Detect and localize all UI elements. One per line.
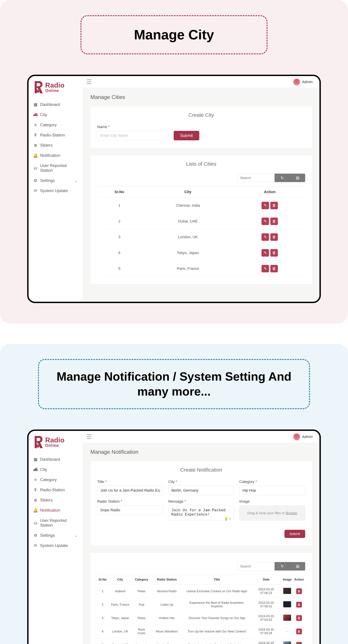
sidebar-item-dashboard[interactable]: ▦Dashboard [29, 100, 83, 110]
column-header[interactable]: Date [251, 575, 281, 584]
column-header[interactable]: Sr.No [97, 186, 141, 198]
column-header[interactable]: Sr.No [97, 575, 108, 584]
brand-tagline: Online [45, 88, 65, 93]
sidebar-item-label: Category [40, 477, 57, 482]
thumbnail-empty: - [287, 630, 288, 633]
sidebar-item-system-update[interactable]: ⟳System Update [29, 186, 83, 196]
sidebar-item-user-reported[interactable]: 🗂User Reported Station [29, 515, 83, 530]
create-city-card: Create City Name * Submit [90, 106, 312, 148]
delete-button[interactable]: 🗑 [296, 588, 302, 594]
delete-button[interactable]: 🗑 [270, 233, 278, 241]
city-name-input[interactable] [97, 131, 168, 140]
user-menu[interactable]: Admin [293, 78, 313, 85]
edit-button[interactable]: ✎ [262, 249, 269, 256]
table-row: 1HollandRelaxNirvana RadioUnlock Exclusi… [97, 584, 305, 598]
delete-button[interactable]: 🗑 [270, 218, 278, 225]
refresh-button[interactable]: ↻ [275, 174, 290, 182]
delete-button[interactable]: 🗑 [296, 615, 302, 621]
chevron-down-icon: ⌄ [74, 178, 78, 183]
cell-station: Hottest Hits [151, 612, 183, 625]
brand-tagline: Online [45, 444, 65, 448]
sidebar-item-sliders[interactable]: ≣Sliders [29, 495, 83, 505]
table-row: 1Chennai, India✎🗑 [97, 198, 305, 214]
chevron-down-icon: ⌄ [74, 533, 78, 538]
cell-action: ✎🗑 [234, 198, 305, 214]
menu-toggle-icon[interactable]: ☰ [86, 433, 92, 440]
sidebar-item-settings[interactable]: ⚙Settings⌄ [29, 176, 83, 186]
cell-city: Dubai, UAE [108, 638, 132, 644]
create-notification-card: Create Notification Title * City * [90, 461, 312, 546]
building-icon: 🏙 [34, 468, 37, 472]
sidebar-item-settings[interactable]: ⚙Settings⌄ [29, 530, 83, 540]
cell-action: ✎🗑 [234, 214, 305, 229]
cell-srno: 1 [97, 198, 141, 214]
cell-station: Listen Up [151, 598, 183, 612]
edit-button[interactable]: ✎ [262, 233, 269, 241]
title-input[interactable] [97, 486, 163, 495]
edit-button[interactable]: ✎ [262, 218, 269, 225]
user-menu[interactable]: Admin [293, 434, 313, 440]
cell-srno: 4 [97, 245, 141, 261]
submit-button[interactable]: Submit [174, 131, 199, 140]
cell-image [281, 598, 293, 612]
cell-title: Turn Up the Volume with Our New Content! [183, 625, 251, 638]
column-header[interactable]: Action [234, 186, 305, 198]
sidebar-item-notification[interactable]: 🔔Notification [29, 505, 83, 515]
column-header[interactable]: Image [281, 575, 293, 584]
sidebar-item-radio-station[interactable]: 🎙Radio-Station [29, 485, 83, 495]
delete-button[interactable]: 🗑 [270, 202, 278, 209]
name-label: Name * [97, 125, 168, 129]
table-row: 2Dubai, UAE✎🗑 [97, 214, 305, 229]
cell-city: Dubai, UAE [141, 214, 234, 229]
sidebar-item-category[interactable]: ≡Category [29, 475, 83, 485]
search-input[interactable] [237, 562, 275, 570]
edit-button[interactable]: ✎ [262, 202, 269, 209]
column-header[interactable]: Title [183, 575, 251, 584]
message-tool-icons[interactable]: 💡☺ [224, 516, 290, 521]
sidebar-item-radio-station[interactable]: 🎙Radio-Station [29, 130, 83, 140]
notification-table: Sr.NoCityCategoryRadio StationTitleDateI… [97, 574, 305, 644]
delete-button[interactable]: 🗑 [270, 249, 278, 256]
delete-button[interactable]: 🗑 [296, 602, 302, 608]
column-header[interactable]: Radio Station [151, 575, 183, 584]
browse-link[interactable]: Browse [286, 511, 297, 515]
delete-button[interactable]: 🗑 [270, 265, 278, 272]
station-select[interactable] [97, 505, 163, 515]
sidebar-item-system-update[interactable]: ⟳System Update [29, 540, 83, 551]
sidebar-item-city[interactable]: 🏙City [29, 464, 83, 475]
sidebar-item-label: Notification [40, 508, 60, 513]
page-title: Manage Notification [90, 449, 312, 455]
delete-button[interactable]: 🗑 [296, 642, 302, 644]
brand-name: Radio [45, 437, 65, 444]
sidebar-item-sliders[interactable]: ≣Sliders [29, 140, 83, 150]
sidebar-item-dashboard[interactable]: ▦Dashboard [29, 454, 83, 464]
sidebar-item-notification[interactable]: 🔔Notification [29, 150, 83, 160]
brand-logo: Radio Online [29, 76, 83, 97]
column-header[interactable]: City [141, 186, 234, 198]
bell-icon: 🔔 [34, 508, 37, 512]
report-icon: 🗂 [34, 166, 37, 170]
sidebar-item-user-reported[interactable]: 🗂User Reported Station [29, 160, 83, 176]
brand-mark-icon [33, 81, 43, 93]
menu-toggle-icon[interactable]: ☰ [86, 78, 92, 86]
delete-button[interactable]: 🗑 [296, 628, 302, 634]
sidebar-item-city[interactable]: 🏙City [29, 110, 83, 120]
column-header[interactable]: Category [132, 575, 151, 584]
refresh-button[interactable]: ↻ [275, 562, 290, 570]
cell-title: Experience the Best of Radio Anywhere, A… [183, 598, 251, 612]
brand-name: Radio [45, 82, 65, 88]
columns-button[interactable]: ▤ [290, 174, 305, 182]
search-input[interactable] [237, 174, 275, 182]
columns-icon: ▤ [296, 564, 299, 568]
trash-icon: 🗑 [272, 266, 276, 271]
edit-button[interactable]: ✎ [262, 265, 269, 272]
bell-icon: 🔔 [34, 154, 37, 157]
category-select[interactable] [239, 486, 305, 495]
city-select[interactable] [168, 486, 234, 495]
submit-button[interactable]: Submit [284, 530, 305, 538]
sidebar-item-label: Sliders [40, 498, 53, 502]
columns-button[interactable]: ▤ [290, 562, 305, 570]
column-header[interactable]: Action [293, 575, 305, 584]
column-header[interactable]: City [108, 575, 132, 584]
sidebar-item-category[interactable]: ≡Category [29, 120, 83, 130]
